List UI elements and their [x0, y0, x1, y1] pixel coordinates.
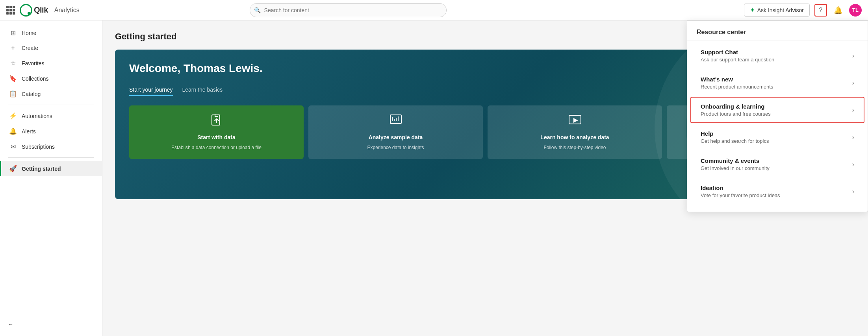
- card-start-data[interactable]: Start with data Establish a data connect…: [129, 105, 304, 159]
- resource-item-ideation-content: Ideation Vote for your favorite product …: [701, 185, 780, 198]
- ideation-desc: Vote for your favorite product ideas: [701, 192, 780, 198]
- search-bar-container: 🔍: [250, 3, 447, 17]
- getting-started-icon: 🚀: [9, 165, 17, 172]
- sidebar-divider: [8, 105, 94, 105]
- sidebar-label-alerts: Alerts: [22, 128, 36, 135]
- resource-item-whats-new[interactable]: What's new Recent product announcements …: [690, 70, 864, 96]
- sidebar-label-automations: Automations: [22, 113, 52, 119]
- learn-icon: [568, 113, 582, 130]
- onboarding-arrow-icon: ›: [852, 107, 854, 114]
- start-data-icon: [210, 113, 224, 130]
- sidebar-item-automations[interactable]: ⚡ Automations: [0, 108, 102, 124]
- whats-new-arrow-icon: ›: [852, 79, 854, 87]
- resource-item-community-content: Community & events Get involved in our c…: [701, 157, 770, 171]
- catalog-icon: 📋: [9, 90, 17, 98]
- user-avatar[interactable]: TL: [849, 4, 862, 17]
- sidebar-item-alerts[interactable]: 🔔 Alerts: [0, 124, 102, 139]
- collections-icon: 🔖: [9, 75, 17, 82]
- tab-start-journey[interactable]: Start your journey: [129, 84, 173, 96]
- learn-desc: Follow this step-by-step video: [543, 144, 606, 151]
- resource-center-header: Resource center: [687, 27, 868, 41]
- sidebar-item-getting-started[interactable]: 🚀 Getting started: [0, 161, 102, 176]
- help-desc: Get help and search for topics: [701, 138, 769, 144]
- resource-item-onboarding[interactable]: Onboarding & learning Product tours and …: [690, 97, 864, 123]
- sidebar-item-collections[interactable]: 🔖 Collections: [0, 71, 102, 86]
- whats-new-desc: Recent product announcements: [701, 84, 773, 90]
- resource-item-support-chat[interactable]: Support Chat Ask our support team a ques…: [690, 42, 864, 69]
- sidebar: ⊞ Home + Create ☆ Favorites 🔖 Collection…: [0, 20, 102, 336]
- help-title: Help: [701, 130, 769, 137]
- tab-basics-label: Learn the basics: [182, 87, 223, 93]
- analyze-title: Analyze sample data: [369, 134, 423, 140]
- tab-journey-label: Start your journey: [129, 87, 173, 93]
- question-mark-icon: ?: [819, 7, 823, 14]
- tab-learn-basics[interactable]: Learn the basics: [182, 84, 223, 96]
- resource-item-ideation[interactable]: Ideation Vote for your favorite product …: [690, 178, 864, 205]
- avatar-initials: TL: [852, 7, 859, 13]
- analyze-icon: [389, 113, 403, 130]
- collapse-arrow-icon: ←: [8, 321, 13, 327]
- help-button[interactable]: ?: [814, 4, 827, 17]
- support-chat-arrow-icon: ›: [852, 52, 854, 59]
- bell-icon: 🔔: [834, 6, 842, 15]
- help-arrow-icon: ›: [852, 134, 854, 141]
- sidebar-label-subscriptions: Subscriptions: [22, 144, 55, 150]
- sidebar-item-subscriptions[interactable]: ✉ Subscriptions: [0, 139, 102, 154]
- notifications-button[interactable]: 🔔: [832, 4, 844, 17]
- start-data-desc: Establish a data connection or upload a …: [171, 144, 262, 151]
- spark-icon: ✦: [750, 6, 755, 14]
- navbar-left: Qlik Analytics: [6, 4, 101, 17]
- sidebar-label-getting-started: Getting started: [22, 166, 61, 172]
- support-chat-title: Support Chat: [701, 49, 774, 55]
- sidebar-label-create: Create: [22, 45, 38, 51]
- card-analyze[interactable]: Analyze sample data Experience data to i…: [308, 105, 483, 159]
- sidebar-collapse-button[interactable]: ←: [0, 317, 102, 331]
- sidebar-divider-2: [8, 157, 94, 158]
- svg-marker-7: [573, 118, 578, 123]
- learn-title: Learn how to analyze data: [540, 134, 609, 140]
- resource-center-panel: Resource center Support Chat Ask our sup…: [687, 20, 868, 212]
- sidebar-item-create[interactable]: + Create: [0, 41, 102, 55]
- automations-icon: ⚡: [9, 112, 17, 120]
- resource-item-onboarding-content: Onboarding & learning Product tours and …: [701, 103, 771, 117]
- ideation-arrow-icon: ›: [852, 188, 854, 195]
- support-chat-desc: Ask our support team a question: [701, 57, 774, 63]
- resource-item-community[interactable]: Community & events Get involved in our c…: [690, 151, 864, 177]
- alerts-icon: 🔔: [9, 127, 17, 135]
- resource-item-whats-new-content: What's new Recent product announcements: [701, 76, 773, 90]
- whats-new-title: What's new: [701, 76, 773, 83]
- insight-advisor-button[interactable]: ✦ Ask Insight Advisor: [744, 4, 810, 17]
- search-input[interactable]: [250, 3, 447, 17]
- community-title: Community & events: [701, 157, 770, 164]
- sidebar-label-favorites: Favorites: [22, 60, 45, 66]
- qlik-circle-icon: [20, 4, 32, 17]
- product-name: Analytics: [54, 7, 80, 14]
- sidebar-label-home: Home: [22, 30, 36, 36]
- home-icon: ⊞: [9, 29, 17, 37]
- community-desc: Get involved in our community: [701, 165, 770, 171]
- create-icon: +: [9, 44, 17, 52]
- resource-item-help[interactable]: Help Get help and search for topics ›: [690, 124, 864, 150]
- grid-menu-icon[interactable]: [6, 6, 15, 15]
- card-learn[interactable]: Learn how to analyze data Follow this st…: [488, 105, 662, 159]
- sidebar-item-catalog[interactable]: 📋 Catalog: [0, 86, 102, 102]
- insight-advisor-label: Ask Insight Advisor: [757, 7, 804, 13]
- qlik-logo[interactable]: Qlik: [20, 4, 48, 17]
- start-data-title: Start with data: [197, 134, 235, 140]
- ideation-title: Ideation: [701, 185, 780, 191]
- onboarding-title: Onboarding & learning: [701, 103, 771, 110]
- analyze-desc: Experience data to insights: [367, 144, 424, 151]
- navbar-right: ✦ Ask Insight Advisor ? 🔔 TL: [744, 4, 862, 17]
- onboarding-desc: Product tours and free courses: [701, 111, 771, 117]
- sidebar-item-favorites[interactable]: ☆ Favorites: [0, 55, 102, 71]
- sidebar-label-collections: Collections: [22, 76, 48, 82]
- resource-item-support-chat-content: Support Chat Ask our support team a ques…: [701, 49, 774, 63]
- resource-item-help-content: Help Get help and search for topics: [701, 130, 769, 144]
- community-arrow-icon: ›: [852, 161, 854, 168]
- sidebar-item-home[interactable]: ⊞ Home: [0, 25, 102, 41]
- search-icon: 🔍: [254, 7, 261, 13]
- favorites-icon: ☆: [9, 59, 17, 67]
- sidebar-label-catalog: Catalog: [22, 91, 41, 97]
- subscriptions-icon: ✉: [9, 143, 17, 150]
- navbar: Qlik Analytics 🔍 ✦ Ask Insight Advisor ?…: [0, 0, 868, 20]
